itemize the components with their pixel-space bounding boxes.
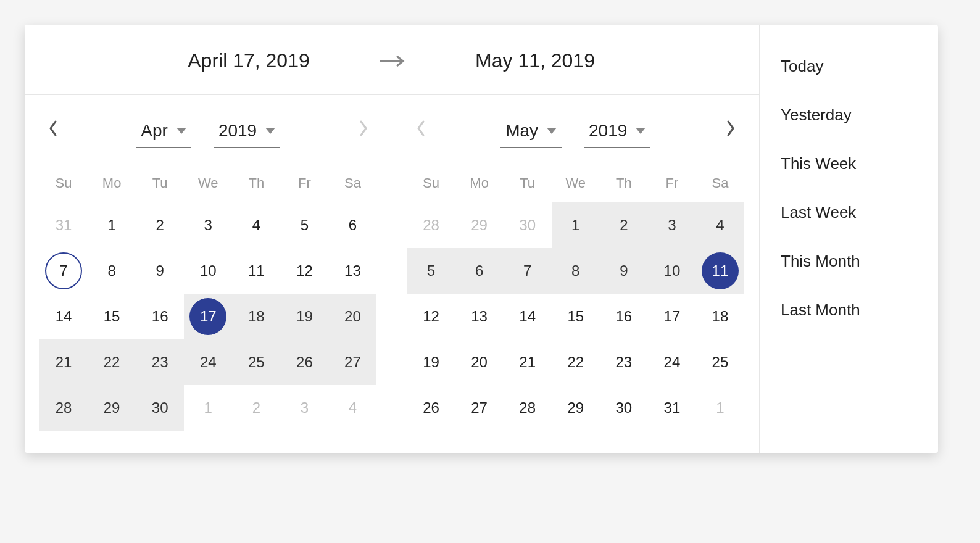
day-cell[interactable]: 8 (552, 248, 600, 294)
preset-last-week[interactable]: Last Week (760, 188, 938, 237)
day-cell[interactable]: 24 (184, 339, 232, 385)
day-cell[interactable]: 31 (39, 202, 88, 248)
weekday-label: Sa (328, 170, 376, 196)
month-select[interactable]: Apr (136, 118, 191, 148)
caret-down-icon (265, 128, 275, 134)
day-cell[interactable]: 11 (696, 248, 744, 294)
day-cell[interactable]: 30 (136, 385, 184, 431)
calendar-nav: May2019 (407, 110, 745, 165)
day-cell[interactable]: 26 (280, 339, 328, 385)
preset-this-month[interactable]: This Month (760, 237, 938, 286)
day-cell[interactable]: 3 (648, 202, 696, 248)
day-cell[interactable]: 13 (328, 248, 376, 294)
day-cell[interactable]: 4 (696, 202, 744, 248)
day-cell[interactable]: 2 (600, 202, 648, 248)
day-cell[interactable]: 13 (455, 294, 504, 339)
day-cell[interactable]: 25 (696, 339, 744, 385)
day-cell[interactable]: 17 (648, 294, 696, 339)
day-cell[interactable]: 27 (455, 385, 504, 431)
day-cell[interactable]: 5 (280, 202, 328, 248)
day-cell[interactable]: 19 (407, 339, 455, 385)
preset-this-week[interactable]: This Week (760, 139, 938, 188)
day-cell[interactable]: 27 (328, 339, 376, 385)
weekday-header: SuMoTuWeThFrSa (39, 165, 377, 202)
day-cell[interactable]: 11 (232, 248, 280, 294)
day-cell[interactable]: 3 (280, 385, 328, 431)
weekday-label: Tu (136, 170, 184, 196)
day-cell[interactable]: 22 (552, 339, 600, 385)
prev-month-button (410, 118, 432, 141)
day-cell[interactable]: 3 (184, 202, 232, 248)
day-cell[interactable]: 5 (407, 248, 455, 294)
day-cell[interactable]: 10 (184, 248, 232, 294)
calendar-start: Apr2019SuMoTuWeThFrSa3112345678910111213… (25, 95, 392, 453)
day-cell[interactable]: 28 (407, 202, 455, 248)
day-cell[interactable]: 19 (280, 294, 328, 339)
day-cell[interactable]: 20 (455, 339, 504, 385)
year-select-label: 2019 (218, 121, 257, 141)
day-cell[interactable]: 14 (504, 294, 552, 339)
day-cell[interactable]: 26 (407, 385, 455, 431)
day-cell[interactable]: 16 (136, 294, 184, 339)
day-cell[interactable]: 24 (648, 339, 696, 385)
day-cell[interactable]: 29 (88, 385, 136, 431)
day-cell[interactable]: 1 (552, 202, 600, 248)
preset-yesterday[interactable]: Yesterday (760, 91, 938, 139)
day-cell[interactable]: 12 (407, 294, 455, 339)
calendar-nav: Apr2019 (39, 110, 377, 165)
chevron-right-icon (358, 120, 369, 139)
day-cell[interactable]: 1 (696, 385, 744, 431)
chevron-right-icon (725, 120, 736, 139)
day-cell[interactable]: 15 (552, 294, 600, 339)
day-cell[interactable]: 1 (88, 202, 136, 248)
day-cell[interactable]: 28 (39, 385, 88, 431)
arrow-right-icon (378, 54, 405, 68)
day-cell[interactable]: 6 (328, 202, 376, 248)
year-select[interactable]: 2019 (214, 118, 280, 148)
today-indicator: 7 (45, 252, 82, 289)
day-cell[interactable]: 29 (552, 385, 600, 431)
day-cell[interactable]: 8 (88, 248, 136, 294)
day-cell[interactable]: 2 (232, 385, 280, 431)
day-cell[interactable]: 15 (88, 294, 136, 339)
year-select[interactable]: 2019 (584, 118, 650, 148)
next-month-button[interactable] (720, 118, 742, 141)
day-cell[interactable]: 31 (648, 385, 696, 431)
day-cell[interactable]: 30 (600, 385, 648, 431)
day-cell[interactable]: 6 (455, 248, 504, 294)
day-cell[interactable]: 22 (88, 339, 136, 385)
day-cell[interactable]: 23 (600, 339, 648, 385)
day-cell[interactable]: 14 (39, 294, 88, 339)
day-cell[interactable]: 9 (136, 248, 184, 294)
day-cell[interactable]: 21 (39, 339, 88, 385)
day-cell[interactable]: 4 (232, 202, 280, 248)
year-select-label: 2019 (589, 121, 627, 141)
preset-last-month[interactable]: Last Month (760, 286, 938, 334)
day-cell[interactable]: 18 (696, 294, 744, 339)
month-select[interactable]: May (500, 118, 562, 148)
day-cell[interactable]: 2 (136, 202, 184, 248)
selected-day-indicator: 17 (189, 298, 226, 335)
day-cell[interactable]: 10 (648, 248, 696, 294)
svg-marker-2 (265, 128, 275, 134)
day-cell[interactable]: 17 (184, 294, 232, 339)
day-cell[interactable]: 23 (136, 339, 184, 385)
day-cell[interactable]: 12 (280, 248, 328, 294)
day-cell[interactable]: 29 (455, 202, 504, 248)
day-cell[interactable]: 7 (39, 248, 88, 294)
preset-today[interactable]: Today (760, 42, 938, 91)
day-cell[interactable]: 1 (184, 385, 232, 431)
svg-marker-3 (547, 128, 557, 134)
chevron-left-icon (415, 120, 426, 139)
day-cell[interactable]: 7 (504, 248, 552, 294)
day-cell[interactable]: 25 (232, 339, 280, 385)
day-cell[interactable]: 30 (504, 202, 552, 248)
day-cell[interactable]: 28 (504, 385, 552, 431)
prev-month-button[interactable] (42, 118, 64, 141)
day-cell[interactable]: 20 (328, 294, 376, 339)
day-cell[interactable]: 9 (600, 248, 648, 294)
day-cell[interactable]: 21 (504, 339, 552, 385)
day-cell[interactable]: 18 (232, 294, 280, 339)
day-cell[interactable]: 4 (328, 385, 376, 431)
day-cell[interactable]: 16 (600, 294, 648, 339)
